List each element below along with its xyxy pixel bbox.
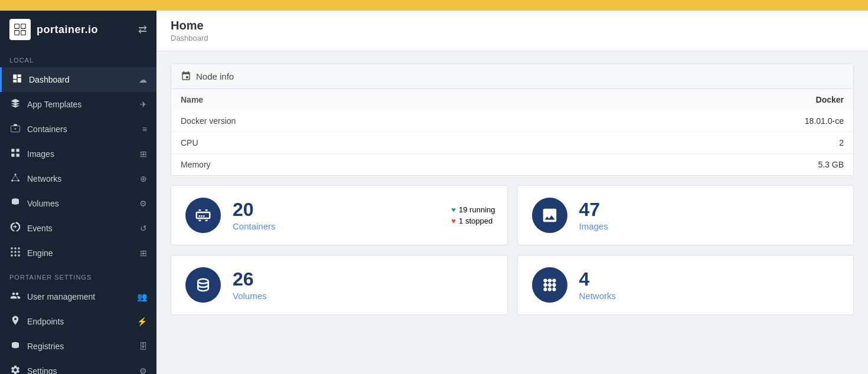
engine-icon-right: ⊞ (140, 248, 147, 258)
networks-count: 4 (579, 270, 616, 288)
svg-point-15 (15, 173, 17, 175)
volumes-count: 26 (233, 270, 267, 288)
sidebar-item-containers[interactable]: Containers ≡ (0, 117, 156, 142)
sidebar-item-label-engine: Engine (27, 248, 134, 258)
col-value: Docker (554, 89, 853, 110)
volumes-svg (194, 276, 212, 294)
svg-line-19 (15, 175, 18, 180)
svg-rect-27 (18, 251, 20, 253)
images-card[interactable]: 47 Images (517, 185, 854, 245)
row-label: Docker version (171, 110, 554, 132)
networks-card-icon (532, 267, 567, 303)
registries-icon (9, 340, 21, 353)
user-mgmt-icon-right: 👥 (137, 292, 147, 301)
images-card-info: 47 Images (579, 200, 608, 231)
sidebar-item-images[interactable]: Images ⊞ (0, 142, 156, 166)
app-templates-icon (9, 98, 21, 111)
volumes-card-info: 26 Volumes (233, 270, 267, 301)
settings-icon (9, 365, 21, 374)
images-icon-right: ⊞ (140, 149, 147, 159)
node-info-panel: Node info Name Docker Docker version18.0… (171, 63, 854, 176)
settings-icon-right: ⚙ (139, 366, 147, 374)
app-templates-icon-right: ✈ (140, 100, 147, 109)
section-label-local: LOCAL (0, 48, 156, 67)
registries-icon-right: 🗄 (139, 342, 147, 351)
endpoints-icon-right: ⚡ (137, 317, 147, 326)
row-value: 5.3 GB (554, 154, 853, 176)
sidebar-item-label-events: Events (27, 224, 134, 233)
svg-rect-24 (18, 248, 20, 250)
svg-rect-14 (17, 154, 19, 157)
networks-svg (541, 276, 559, 294)
row-value: 18.01.0-ce (554, 110, 853, 132)
user-management-icon (9, 290, 21, 303)
svg-rect-26 (15, 251, 17, 253)
status-running: ♥ 19 running (451, 205, 495, 214)
images-count: 47 (579, 200, 608, 219)
volumes-label: Volumes (233, 291, 267, 301)
volumes-card[interactable]: 26 Volumes (171, 255, 508, 315)
sidebar-item-registries[interactable]: Registries 🗄 (0, 334, 156, 359)
page-content: Node info Name Docker Docker version18.0… (156, 51, 868, 327)
svg-rect-12 (17, 149, 19, 152)
status-stopped: ♥ 1 stopped (451, 216, 495, 225)
sidebar-item-label-dashboard: Dashboard (29, 75, 133, 84)
table-row: CPU2 (171, 132, 853, 154)
images-icon (9, 147, 21, 160)
svg-rect-4 (15, 24, 18, 28)
dashboard-icon (11, 73, 23, 86)
containers-card-info: 20 Containers (233, 200, 276, 231)
page-subtitle: Dashboard (171, 34, 854, 42)
svg-rect-25 (11, 251, 13, 253)
logo-icon (9, 19, 31, 40)
running-text: 19 running (459, 205, 495, 214)
networks-card[interactable]: 4 Networks (517, 255, 854, 315)
logo-text: portainer.io (37, 24, 98, 36)
sidebar-item-label-containers: Containers (27, 124, 136, 134)
containers-status: ♥ 19 running ♥ 1 stopped (451, 205, 495, 225)
sidebar-item-endpoints[interactable]: Endpoints ⚡ (0, 309, 156, 334)
svg-rect-13 (11, 154, 14, 157)
sidebar-item-label-volumes: Volumes (27, 199, 133, 208)
sidebar-item-label-networks: Networks (27, 174, 134, 183)
sidebar-item-events[interactable]: Events ↺ (0, 216, 156, 241)
sidebar: portainer.io ⇄ LOCAL Dashboard ☁ App Tem… (0, 11, 156, 374)
svg-rect-23 (15, 248, 17, 250)
events-icon-right: ↺ (140, 224, 147, 233)
heart-running-icon: ♥ (451, 205, 456, 214)
section-label-portainer: PORTAINER SETTINGS (0, 265, 156, 284)
row-label: Memory (171, 154, 554, 176)
containers-count: 20 (233, 200, 276, 219)
cards-row-1: 20 Containers ♥ 19 running ♥ 1 stopped (171, 185, 854, 245)
dashboard-badge-icon: ☁ (139, 75, 147, 84)
row-value: 2 (554, 132, 853, 154)
containers-icon-right: ≡ (142, 124, 147, 134)
images-card-icon (532, 198, 567, 233)
table-row: Docker version18.01.0-ce (171, 110, 853, 132)
sidebar-toggle[interactable]: ⇄ (138, 23, 147, 36)
events-icon (9, 222, 21, 235)
containers-card[interactable]: 20 Containers ♥ 19 running ♥ 1 stopped (171, 185, 508, 245)
images-label: Images (579, 221, 608, 231)
sidebar-item-networks[interactable]: Networks ⊕ (0, 166, 156, 191)
networks-label: Networks (579, 291, 616, 301)
svg-rect-28 (11, 255, 13, 257)
sidebar-item-user-management[interactable]: User management 👥 (0, 284, 156, 309)
containers-label: Containers (233, 221, 276, 231)
sidebar-item-app-templates[interactable]: App Templates ✈ (0, 92, 156, 117)
sidebar-item-engine[interactable]: Engine ⊞ (0, 241, 156, 265)
sidebar-item-settings[interactable]: Settings ⚙ (0, 359, 156, 374)
page-title: Home (171, 19, 854, 32)
sidebar-item-volumes[interactable]: Volumes ⚙ (0, 191, 156, 216)
svg-rect-22 (11, 248, 13, 250)
sidebar-item-label-settings: Settings (27, 366, 133, 374)
engine-icon (9, 247, 21, 260)
sidebar-item-dashboard[interactable]: Dashboard ☁ (0, 67, 156, 92)
heart-stopped-icon: ♥ (451, 216, 456, 225)
node-info-header: Node info (171, 64, 853, 89)
sidebar-item-label-images: Images (27, 149, 134, 159)
stopped-text: 1 stopped (459, 216, 492, 225)
svg-rect-7 (21, 31, 25, 34)
node-info-title: Node info (196, 71, 234, 81)
svg-line-18 (12, 175, 15, 180)
